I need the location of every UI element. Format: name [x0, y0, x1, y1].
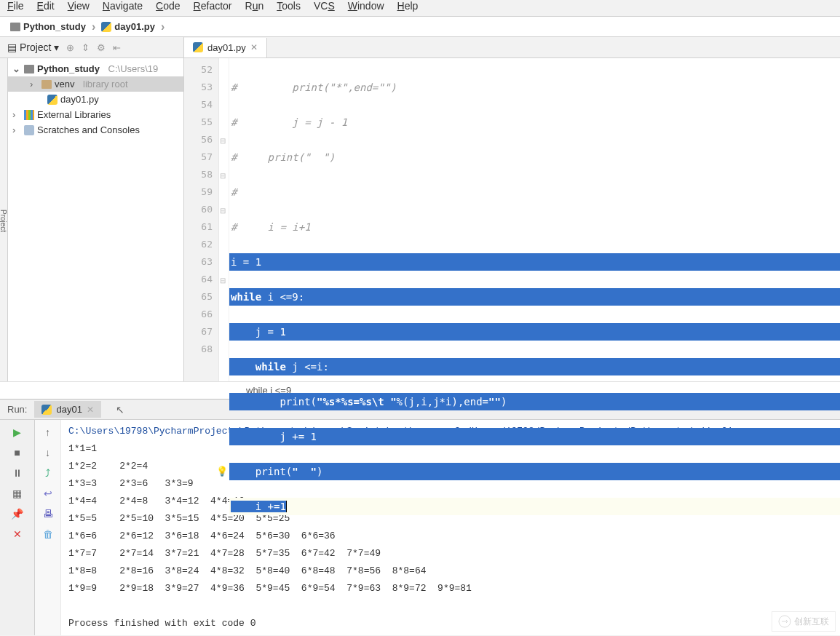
tree-hint: library root — [83, 79, 127, 90]
breadcrumb: Python_study › day01.py › — [0, 16, 840, 37]
editor-tab[interactable]: day01.py ✕ — [184, 38, 267, 57]
print-icon[interactable]: 🖶 — [40, 506, 56, 522]
run-tab-label: day01 — [56, 404, 82, 415]
menu-file[interactable]: File — [7, 0, 24, 12]
menu-window[interactable]: Window — [348, 0, 384, 12]
tree-file[interactable]: day01.py — [8, 92, 183, 107]
close-icon[interactable]: ✕ — [250, 42, 258, 52]
run-label: Run: — [0, 400, 34, 419]
close-icon[interactable]: ✕ — [9, 526, 25, 542]
crumb-root-label: Python_study — [23, 21, 86, 32]
chevron-right-icon: › — [161, 20, 165, 33]
code-area[interactable]: # print("*",end="") # j = j - 1 # print(… — [229, 58, 840, 381]
layout-icon[interactable]: ▦ — [9, 485, 25, 501]
up-icon[interactable]: ↑ — [40, 424, 56, 440]
python-icon — [47, 95, 58, 105]
folder-icon — [10, 23, 20, 31]
menu-tools[interactable]: Tools — [277, 0, 301, 12]
main-area: Project ⌄Python_study C:\Users\19 ›venv … — [0, 58, 840, 381]
tree-external[interactable]: ›External Libraries — [8, 107, 183, 122]
run-icon[interactable]: ▶ — [9, 424, 25, 440]
run-tab[interactable]: day01 ✕ — [34, 401, 100, 418]
lightbulb-icon[interactable]: 💡 — [216, 463, 228, 480]
pause-icon[interactable]: ⏸ — [9, 465, 25, 481]
scratch-icon — [24, 125, 34, 135]
hide-icon[interactable]: ⇤ — [113, 42, 121, 53]
export-icon[interactable]: ⤴ — [40, 465, 56, 481]
crumb-file-label: day01.py — [114, 21, 155, 32]
menu-vcs[interactable]: VCS — [314, 0, 335, 12]
menu-code[interactable]: Code — [156, 0, 180, 12]
toolbar: ▤ Project ▾ ⊕ ⇕ ⚙ ⇤ day01.py ✕ — [0, 37, 840, 58]
menu-view[interactable]: View — [68, 0, 90, 12]
target-icon[interactable]: ⊕ — [66, 42, 74, 53]
cursor-icon: ↖ — [116, 404, 124, 416]
line-gutter: 5253545556575859606162636465666768 — [184, 58, 219, 381]
tree-venv[interactable]: ›venv library root — [8, 76, 183, 92]
menu-navigate[interactable]: Navigate — [103, 0, 143, 12]
collapse-icon[interactable]: ⇕ — [82, 42, 90, 53]
tree-scratch[interactable]: ›Scratches and Consoles — [8, 122, 183, 138]
editor-tab-label: day01.py — [207, 42, 246, 53]
stop-icon[interactable]: ■ — [9, 445, 25, 461]
run-gutter-left: ▶ ■ ⏸ ▦ 📌 ✕ — [0, 420, 35, 635]
python-icon — [41, 405, 52, 415]
left-toolwindow-bar[interactable]: Project — [0, 58, 8, 381]
project-tools: ▤ Project ▾ ⊕ ⇕ ⚙ ⇤ — [0, 37, 184, 57]
pin-icon[interactable]: 📌 — [9, 506, 25, 522]
menu-help[interactable]: Help — [397, 0, 419, 12]
gear-icon[interactable]: ⚙ — [97, 42, 106, 53]
crumb-root[interactable]: Python_study — [6, 20, 90, 33]
menu-edit[interactable]: Edit — [37, 0, 55, 12]
editor: 5253545556575859606162636465666768 ⊟ ⊟ ⊟… — [184, 58, 840, 381]
menu-run[interactable]: Run — [245, 0, 264, 12]
python-icon — [193, 42, 203, 52]
folder-icon — [24, 65, 34, 73]
project-tree: ⌄Python_study C:\Users\19 ›venv library … — [8, 58, 184, 381]
project-label[interactable]: ▤ Project ▾ — [7, 41, 59, 53]
wrap-icon[interactable]: ↩ — [40, 485, 56, 501]
menubar: File Edit View Navigate Code Refactor Ru… — [0, 0, 840, 16]
python-icon — [101, 22, 111, 32]
tree-path: C:\Users\19 — [108, 63, 159, 74]
down-icon[interactable]: ↓ — [40, 445, 56, 461]
tree-root[interactable]: ⌄Python_study C:\Users\19 — [8, 61, 183, 76]
fold-column[interactable]: ⊟ ⊟ ⊟ ⊟ — [219, 58, 229, 381]
close-icon[interactable]: ✕ — [87, 405, 94, 415]
run-gutter-right: ↑ ↓ ⤴ ↩ 🖶 🗑 — [35, 420, 61, 635]
chevron-right-icon: › — [92, 20, 95, 33]
crumb-file[interactable]: day01.py — [97, 20, 159, 33]
menu-refactor[interactable]: Refactor — [194, 0, 232, 12]
watermark: 创新互联 — [772, 611, 836, 632]
library-icon — [24, 110, 34, 120]
folder-icon — [41, 80, 52, 89]
trash-icon[interactable]: 🗑 — [40, 526, 56, 542]
